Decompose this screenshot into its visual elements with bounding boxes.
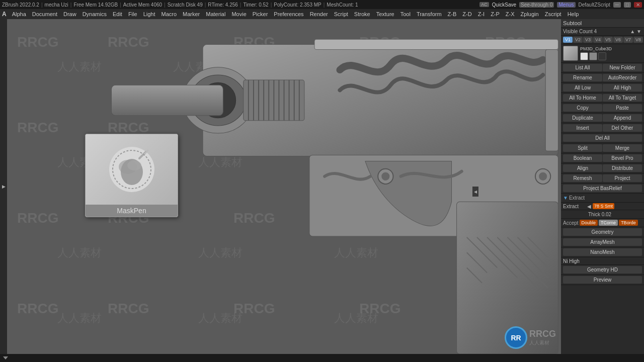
menu-zp[interactable]: Z-P xyxy=(488,11,502,18)
accept-double-btn[interactable]: Double xyxy=(580,220,598,226)
menu-material[interactable]: Material xyxy=(203,11,228,18)
svg-line-21 xyxy=(477,237,518,278)
menus-btn[interactable]: Menus xyxy=(557,2,575,8)
extract-left-arrow[interactable]: ◀ xyxy=(587,204,592,209)
tab-v7[interactable]: V7 xyxy=(623,37,633,43)
nanomesh-row: NanoMesh xyxy=(561,247,644,257)
all-low-high-row: All Low All High xyxy=(561,83,644,93)
svg-line-20 xyxy=(467,237,498,268)
left-collapse-arrow[interactable]: ▶ xyxy=(2,184,6,189)
merge-btn[interactable]: Merge xyxy=(603,144,642,152)
dup-append-row: Duplicate Append xyxy=(561,113,644,123)
split-btn[interactable]: Split xyxy=(563,144,602,152)
watermark-rrcg-5: RRCG xyxy=(485,34,526,50)
distribute-btn[interactable]: Distribute xyxy=(603,164,642,172)
tab-v1[interactable]: V1 xyxy=(563,37,573,43)
menu-edit[interactable]: Edit xyxy=(110,11,125,18)
preview-btn[interactable]: Preview xyxy=(563,276,642,284)
watermark-rrcg-15: RRCG xyxy=(108,301,149,317)
tab-v6[interactable]: V6 xyxy=(613,37,623,43)
menu-picker[interactable]: Picker xyxy=(250,11,271,18)
extract-value-badge[interactable]: 78 S Smt xyxy=(593,203,614,209)
tab-v4[interactable]: V4 xyxy=(593,37,603,43)
menu-file[interactable]: File xyxy=(126,11,140,18)
quicksave-btn[interactable]: QuickSave xyxy=(492,2,516,8)
boolean-btn[interactable]: Boolean xyxy=(563,154,602,162)
bevel-pro-btn[interactable]: Bevel Pro xyxy=(603,154,642,162)
subtool-up-btn[interactable]: ▲ xyxy=(629,29,635,34)
geometry-hd-btn[interactable]: Geometry HD xyxy=(563,266,642,274)
menu-tool[interactable]: Tool xyxy=(398,11,413,18)
project-btn[interactable]: Project xyxy=(603,174,642,182)
menu-draw[interactable]: Draw xyxy=(61,11,79,18)
maximize-btn[interactable]: □ xyxy=(624,2,631,8)
swatch-dark[interactable] xyxy=(598,52,606,60)
menu-macro[interactable]: Macro xyxy=(158,11,179,18)
close-btn[interactable]: ✕ xyxy=(634,2,642,8)
all-low-btn[interactable]: All Low xyxy=(563,84,602,92)
menu-movie[interactable]: Movie xyxy=(229,11,249,18)
menu-zi[interactable]: Z-I xyxy=(475,11,487,18)
project-bas-relief-btn[interactable]: Project BasRelief xyxy=(563,185,642,192)
panel-collapse-btn[interactable]: ◀ xyxy=(472,187,478,197)
insert-btn[interactable]: Insert xyxy=(563,124,602,132)
menu-marker[interactable]: Marker xyxy=(180,11,202,18)
menu-texture[interactable]: Texture xyxy=(374,11,397,18)
menu-transform[interactable]: Transform xyxy=(414,11,444,18)
tab-v8[interactable]: V8 xyxy=(633,37,643,43)
menu-help[interactable]: Help xyxy=(565,11,582,18)
del-other-btn[interactable]: Del Other xyxy=(603,124,642,132)
split-merge-row: Split Merge xyxy=(561,143,644,153)
menu-dynamics[interactable]: Dynamics xyxy=(80,11,109,18)
new-folder-btn[interactable]: New Folder xyxy=(603,64,642,71)
list-all-btn[interactable]: List All xyxy=(563,64,602,71)
accept-tcorne-btn[interactable]: TCorne xyxy=(599,220,618,226)
paste-btn[interactable]: Paste xyxy=(603,104,642,112)
duplicate-btn[interactable]: Duplicate xyxy=(563,114,602,122)
menu-zscript[interactable]: Zscript xyxy=(542,11,564,18)
menu-zx[interactable]: Z-X xyxy=(503,11,517,18)
tab-v3[interactable]: V3 xyxy=(583,37,593,43)
default-script[interactable]: DefaultZScript xyxy=(579,2,610,8)
nanomesh-btn[interactable]: NanoMesh xyxy=(563,248,642,256)
del-all-btn[interactable]: Del All xyxy=(563,134,642,142)
auto-reorder-btn[interactable]: AutoReorder xyxy=(603,74,642,81)
preview-row: Preview xyxy=(561,275,644,285)
tab-v2[interactable]: V2 xyxy=(573,37,583,43)
geometry-btn[interactable]: Geometry xyxy=(563,228,642,236)
remesh-btn[interactable]: Remesh xyxy=(563,174,602,182)
see-through[interactable]: See-through 0 xyxy=(519,2,554,8)
tab-v5[interactable]: V5 xyxy=(603,37,613,43)
append-btn[interactable]: Append xyxy=(603,114,642,122)
arraymesh-btn[interactable]: ArrayMesh xyxy=(563,238,642,246)
subtool-down-btn[interactable]: ▼ xyxy=(636,29,642,34)
menu-script[interactable]: Script xyxy=(332,11,351,18)
menu-stroke[interactable]: Stroke xyxy=(352,11,373,18)
extract-collapse-arrow[interactable]: ▼ xyxy=(563,195,568,201)
menu-zplugin[interactable]: Zplugin xyxy=(518,11,541,18)
all-to-target-btn[interactable]: All To Target xyxy=(603,94,642,102)
menu-zb[interactable]: Z-B xyxy=(445,11,459,18)
all-high-btn[interactable]: All High xyxy=(603,84,642,92)
bottom-triangle-icon[interactable] xyxy=(3,356,8,359)
menu-light[interactable]: Light xyxy=(141,11,158,18)
thick-label: Thick 0.02 xyxy=(588,212,611,217)
wm-chinese-1: 人人素材 xyxy=(57,59,102,74)
menu-alpha[interactable]: Alpha xyxy=(10,11,29,18)
align-btn[interactable]: Align xyxy=(563,164,602,172)
menu-preferences[interactable]: Preferences xyxy=(271,11,306,18)
geometry-hd-row: Geometry HD xyxy=(561,265,644,275)
menu-document[interactable]: Document xyxy=(30,11,60,18)
viewport[interactable]: RRCG RRCG RRCG RRCG RRCG RRCG RRCG RRCG … xyxy=(7,19,561,354)
swatch-gray[interactable] xyxy=(589,52,597,60)
wm-chinese-10: 人人素材 xyxy=(334,245,378,260)
swatch-white[interactable] xyxy=(580,52,588,60)
svg-line-28 xyxy=(467,267,482,283)
minimize-btn[interactable]: ─ xyxy=(613,2,621,8)
menu-render[interactable]: Render xyxy=(307,11,331,18)
menu-zd[interactable]: Z-D xyxy=(460,11,474,18)
copy-btn[interactable]: Copy xyxy=(563,104,602,112)
rename-btn[interactable]: Rename xyxy=(563,74,602,81)
all-to-home-btn[interactable]: All To Home xyxy=(563,94,602,102)
accept-tborde-btn[interactable]: TBorde xyxy=(619,220,638,226)
